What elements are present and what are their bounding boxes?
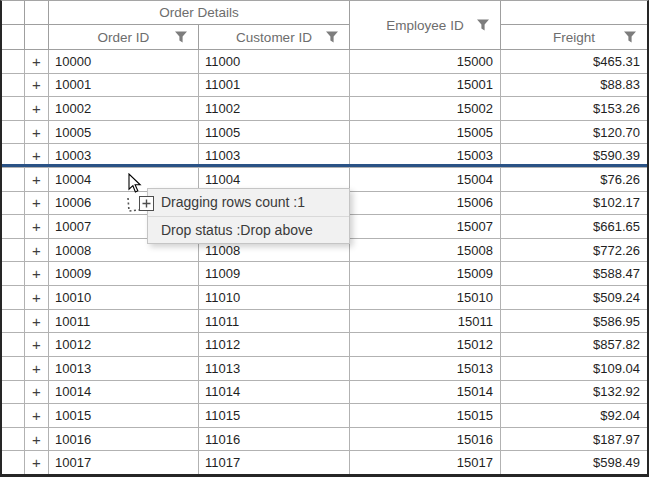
cell-employee-id: 15015 <box>350 404 501 427</box>
column-header-employee-id[interactable]: Employee ID <box>350 1 501 50</box>
filter-icon[interactable] <box>623 30 637 44</box>
cell-order-id: 10002 <box>49 97 199 120</box>
table-row[interactable]: + 10009 11009 15009 $588.47 <box>2 262 647 286</box>
row-expander-button[interactable]: + <box>25 381 49 404</box>
filter-icon[interactable] <box>325 30 339 44</box>
row-indicator-cell <box>2 215 25 238</box>
cell-employee-id: 15014 <box>350 381 501 404</box>
column-header-customer-id[interactable]: Customer ID <box>199 25 350 50</box>
cell-customer-id: 11002 <box>199 97 350 120</box>
row-indicator-cell <box>2 451 25 474</box>
stacked-header-order-details: Order Details <box>49 1 350 25</box>
column-header-freight[interactable]: Freight <box>501 25 647 50</box>
cell-employee-id: 15006 <box>350 192 501 215</box>
row-indicator-cell <box>2 192 25 215</box>
row-indicator-cell <box>2 333 25 356</box>
row-expander-button[interactable]: + <box>25 168 49 191</box>
row-expander-button[interactable]: + <box>25 121 49 144</box>
row-indicator-cell <box>2 357 25 380</box>
cell-customer-id: 11005 <box>199 121 350 144</box>
cell-customer-id: 11001 <box>199 74 350 97</box>
row-expander-button[interactable]: + <box>25 74 49 97</box>
header-spacer-expander <box>25 25 49 50</box>
cell-employee-id: 15004 <box>350 168 501 191</box>
row-indicator-cell <box>2 262 25 285</box>
cell-employee-id: 15005 <box>350 121 501 144</box>
row-expander-button[interactable]: + <box>25 428 49 451</box>
cell-order-id: 10012 <box>49 333 199 356</box>
filter-icon[interactable] <box>174 30 188 44</box>
header-spacer-row-indicator-top <box>2 1 25 25</box>
header-spacer-row-indicator <box>2 25 25 50</box>
row-indicator-cell <box>2 428 25 451</box>
row-expander-button[interactable]: + <box>25 192 49 215</box>
cell-customer-id: 11000 <box>199 50 350 73</box>
column-header-label: Freight <box>553 30 595 45</box>
table-row[interactable]: + 10010 11010 15010 $509.24 <box>2 286 647 310</box>
table-row[interactable]: + 10001 11001 15001 $88.83 <box>2 74 647 98</box>
row-expander-button[interactable]: + <box>25 286 49 309</box>
cell-freight: $465.31 <box>501 50 647 73</box>
cell-employee-id: 15016 <box>350 428 501 451</box>
cell-customer-id: 11015 <box>199 404 350 427</box>
row-indicator-cell <box>2 381 25 404</box>
row-expander-button[interactable]: + <box>25 97 49 120</box>
cell-order-id: 10017 <box>49 451 199 474</box>
cell-freight: $102.17 <box>501 192 647 215</box>
table-row[interactable]: + 10013 11013 15013 $109.04 <box>2 357 647 381</box>
row-indicator-cell <box>2 286 25 309</box>
row-indicator-cell <box>2 168 25 191</box>
cell-customer-id: 11017 <box>199 451 350 474</box>
cell-freight: $772.26 <box>501 239 647 262</box>
row-expander-button[interactable]: + <box>25 451 49 474</box>
cell-freight: $586.95 <box>501 310 647 333</box>
row-indicator-cell <box>2 74 25 97</box>
row-expander-button[interactable]: + <box>25 357 49 380</box>
column-header-label: Customer ID <box>236 30 312 45</box>
cell-customer-id: 11011 <box>199 310 350 333</box>
grid-header: Order Details Employee ID Order ID Custo… <box>2 1 647 50</box>
row-indicator-cell <box>2 239 25 262</box>
cell-employee-id: 15009 <box>350 262 501 285</box>
cell-order-id: 10010 <box>49 286 199 309</box>
row-expander-button[interactable]: + <box>25 215 49 238</box>
table-row[interactable]: + 10002 11002 15002 $153.26 <box>2 97 647 121</box>
cell-freight: $76.26 <box>501 168 647 191</box>
row-indicator-cell <box>2 310 25 333</box>
row-expander-button[interactable]: + <box>25 50 49 73</box>
cell-employee-id: 15000 <box>350 50 501 73</box>
table-row[interactable]: + 10012 11012 15012 $857.82 <box>2 333 647 357</box>
cell-customer-id: 11014 <box>199 381 350 404</box>
cell-employee-id: 15008 <box>350 239 501 262</box>
cell-freight: $588.47 <box>501 262 647 285</box>
drag-tooltip-rows-count: Dragging rows count :1 <box>148 189 349 217</box>
cell-customer-id: 11010 <box>199 286 350 309</box>
header-spacer-expander-top <box>25 1 49 25</box>
cell-freight: $88.83 <box>501 74 647 97</box>
table-row[interactable]: + 10005 11005 15005 $120.70 <box>2 121 647 145</box>
data-grid: Order Details Employee ID Order ID Custo… <box>0 0 649 477</box>
cell-order-id: 10014 <box>49 381 199 404</box>
column-header-order-id[interactable]: Order ID <box>49 25 199 50</box>
table-row[interactable]: + 10016 11016 15016 $187.97 <box>2 428 647 452</box>
table-row[interactable]: + 10015 11015 15015 $92.04 <box>2 404 647 428</box>
cell-order-id: 10009 <box>49 262 199 285</box>
table-row[interactable]: + 10000 11000 15000 $465.31 <box>2 50 647 74</box>
grid-body: + 10000 11000 15000 $465.31 + 10001 1100… <box>2 50 647 474</box>
cell-freight: $153.26 <box>501 97 647 120</box>
table-row[interactable]: + 10014 11014 15014 $132.92 <box>2 381 647 405</box>
row-expander-button[interactable]: + <box>25 333 49 356</box>
cell-employee-id: 15002 <box>350 97 501 120</box>
row-expander-button[interactable]: + <box>25 310 49 333</box>
cell-employee-id: 15010 <box>350 286 501 309</box>
filter-icon[interactable] <box>476 18 490 32</box>
row-expander-button[interactable]: + <box>25 404 49 427</box>
cell-employee-id: 15017 <box>350 451 501 474</box>
cell-freight: $120.70 <box>501 121 647 144</box>
cell-customer-id: 11009 <box>199 262 350 285</box>
row-expander-button[interactable]: + <box>25 262 49 285</box>
row-expander-button[interactable]: + <box>25 239 49 262</box>
table-row[interactable]: + 10011 11011 15011 $586.95 <box>2 310 647 334</box>
table-row[interactable]: + 10017 11017 15017 $598.49 <box>2 451 647 474</box>
cell-order-id: 10015 <box>49 404 199 427</box>
